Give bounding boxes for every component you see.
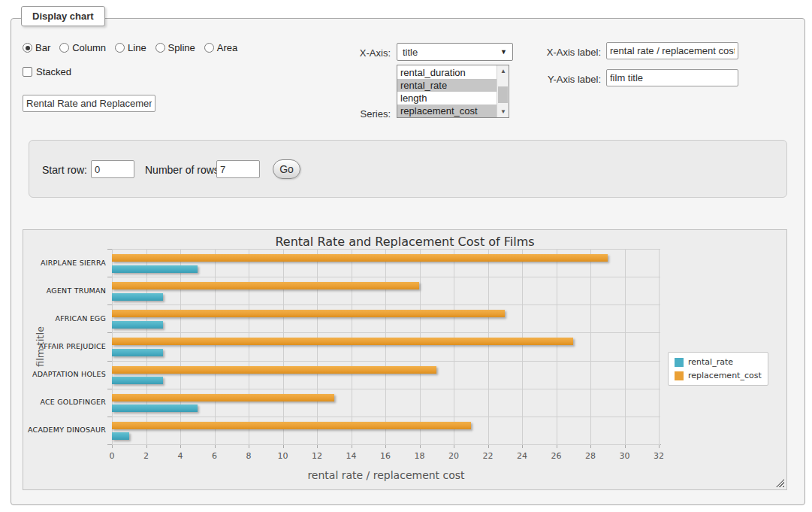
category-label: ACADEMY DINOSAUR [23, 426, 106, 434]
gridline-horizontal [112, 389, 660, 389]
gridline-vertical [249, 249, 249, 444]
radio-circle-icon [204, 43, 214, 53]
series-option-rental_duration[interactable]: rental_duration [397, 66, 497, 79]
chart-type-radio-spline[interactable]: Spline [155, 42, 195, 53]
gridline-vertical [590, 249, 591, 444]
bar-replacement_cost [112, 282, 419, 289]
chart-panel: Rental Rate and Replacement Cost of Film… [23, 229, 787, 490]
gridline-vertical [625, 249, 626, 444]
x-axis-tick-label: 0 [101, 451, 123, 461]
series-select-label: Series: [323, 108, 391, 120]
x-axis-tick-label: 14 [340, 451, 363, 461]
x-axis-tick [180, 445, 181, 448]
x-axis-tick-label: 32 [647, 451, 670, 461]
radio-label: Spline [168, 42, 195, 53]
x-axis-tick-label: 22 [477, 451, 500, 461]
x-axis-tick [454, 445, 454, 448]
x-axis-tick-label: 8 [237, 451, 260, 461]
chart-type-radio-line[interactable]: Line [115, 42, 146, 53]
chart-legend: rental_ratereplacement_cost [668, 352, 768, 386]
start-row-input[interactable] [91, 160, 134, 178]
series-option-length[interactable]: length [397, 92, 497, 105]
radio-circle-icon [115, 43, 125, 53]
x-axis-tick [146, 445, 147, 448]
x-axis-tick [522, 445, 523, 448]
x-axis-selected-value: title [403, 47, 418, 58]
y-axis-tick [107, 304, 112, 305]
gridline-vertical [146, 249, 147, 444]
x-axis-tick [283, 445, 284, 448]
gridline-vertical [112, 249, 113, 444]
bar-rental_rate [112, 265, 198, 273]
category-label: AIRPLANE SIERRA [23, 259, 106, 267]
chart-plot-area: rental rate / replacement cost 024681012… [112, 249, 660, 444]
row-range-panel: Start row: Number of rows: Go [29, 140, 787, 198]
fieldset-legend-title: Display chart [21, 6, 105, 26]
legend-swatch-icon [675, 371, 684, 380]
chart-title: Rental Rate and Replacement Cost of Film… [23, 235, 786, 249]
legend-item-rental_rate[interactable]: rental_rate [675, 357, 762, 367]
y-axis-label-input[interactable] [606, 69, 738, 86]
chart-type-radio-bar[interactable]: Bar [23, 42, 50, 53]
chart-type-radio-area[interactable]: Area [204, 42, 237, 53]
bar-replacement_cost [112, 394, 334, 401]
x-axis-select[interactable]: title ▼ [397, 43, 513, 61]
bar-rental_rate [112, 321, 163, 329]
gridline-horizontal [112, 361, 660, 362]
radio-dot [26, 46, 30, 50]
y-axis-tick [107, 277, 112, 277]
gridline-horizontal [112, 304, 660, 305]
x-axis-tick [385, 445, 386, 448]
category-label: AFFAIR PREJUDICE [23, 342, 106, 350]
legend-swatch-icon [675, 358, 684, 367]
x-axis-label-input[interactable] [606, 42, 738, 59]
gridline-horizontal [112, 444, 660, 445]
series-multiselect[interactable]: rental_durationrental_ratelengthreplacem… [397, 65, 509, 118]
category-label: ACE GOLDFINGER [23, 398, 106, 406]
scroll-down-icon[interactable]: ▼ [497, 106, 509, 117]
bar-rental_rate [112, 293, 163, 301]
bar-rental_rate [112, 377, 163, 384]
y-axis-tick [107, 332, 112, 333]
gridline-vertical [385, 249, 386, 444]
chart-title-input[interactable] [23, 95, 155, 112]
gridline-vertical [180, 249, 181, 444]
x-axis-label-label: X-Axis label: [526, 47, 601, 58]
number-of-rows-label: Number of rows: [145, 164, 222, 176]
y-axis-tick [107, 444, 112, 445]
series-option-replacement_cost[interactable]: replacement_cost [397, 105, 497, 117]
gridline-vertical [420, 249, 421, 444]
x-axis-tick [352, 445, 352, 448]
gridline-vertical [215, 249, 216, 444]
legend-label: replacement_cost [688, 371, 762, 380]
legend-label: rental_rate [688, 357, 733, 367]
bar-rental_rate [112, 404, 198, 412]
bar-rental_rate [112, 349, 163, 356]
radio-circle-icon [155, 43, 165, 53]
start-row-label: Start row: [42, 164, 87, 176]
x-axis-tick-label: 30 [614, 451, 636, 461]
legend-item-replacement_cost[interactable]: replacement_cost [675, 371, 762, 380]
x-axis-tick-label: 2 [135, 451, 158, 461]
number-of-rows-input[interactable] [216, 160, 260, 178]
gridline-vertical [317, 249, 318, 444]
series-scrollbar[interactable]: ▲ ▼ [497, 65, 509, 117]
series-option-rental_rate[interactable]: rental_rate [397, 79, 497, 92]
radio-label: Column [72, 42, 106, 53]
resize-grip-icon[interactable] [776, 479, 784, 487]
x-axis-tick [590, 445, 591, 448]
y-axis-tick [107, 417, 112, 417]
category-label: ADAPTATION HOLES [23, 370, 106, 378]
chart-type-radio-column[interactable]: Column [59, 42, 106, 53]
category-label: AGENT TRUMAN [23, 286, 106, 295]
scrollbar-thumb[interactable] [498, 86, 508, 103]
go-button[interactable]: Go [273, 159, 300, 179]
x-axis-tick-label: 24 [511, 451, 533, 461]
stacked-checkbox-row: Stacked [23, 66, 71, 77]
x-axis-tick-label: 10 [272, 451, 294, 461]
x-axis-tick-label: 16 [374, 451, 397, 461]
scroll-up-icon[interactable]: ▲ [497, 65, 509, 77]
bar-replacement_cost [112, 310, 505, 317]
bar-replacement_cost [112, 254, 608, 262]
stacked-checkbox[interactable] [23, 67, 32, 77]
